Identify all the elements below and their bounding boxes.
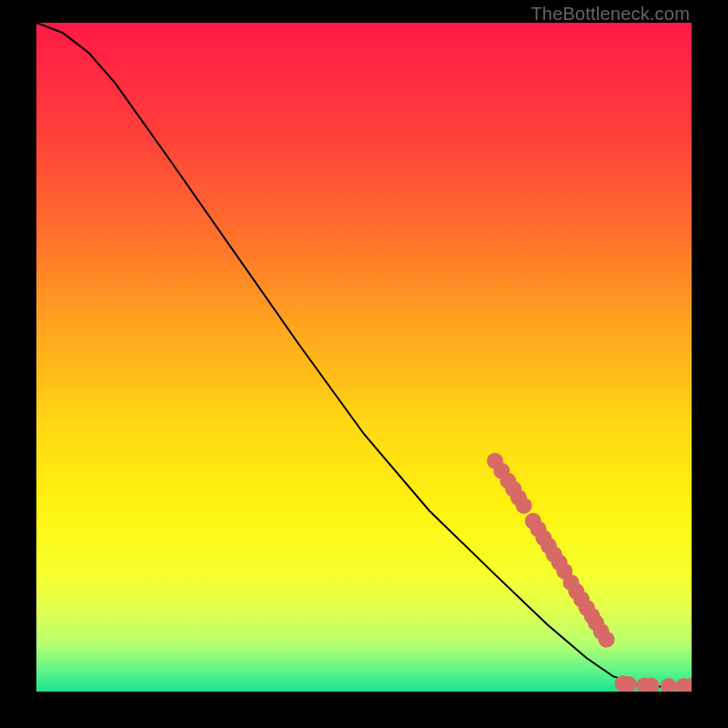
scatter-point <box>516 498 532 514</box>
attribution-label: TheBottleneck.com <box>531 4 690 25</box>
scatter-point <box>598 632 614 648</box>
plot-svg <box>36 23 692 692</box>
chart-frame: TheBottleneck.com <box>0 0 728 728</box>
gradient-background <box>36 23 692 692</box>
plot-area <box>36 23 692 692</box>
